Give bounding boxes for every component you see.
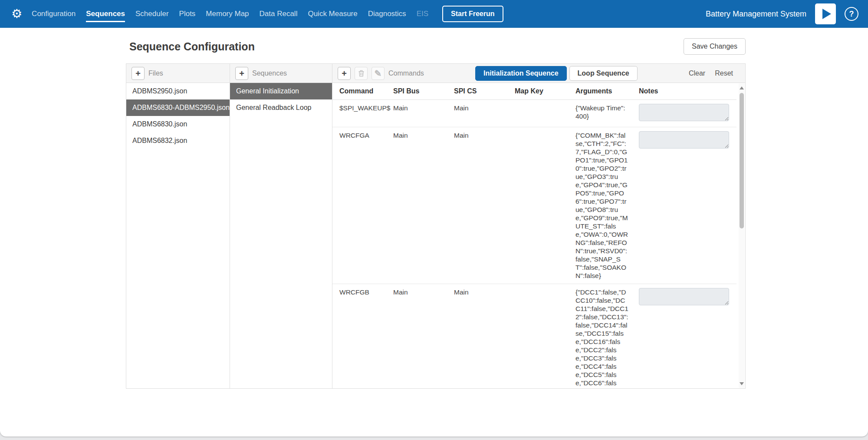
nav-item-configuration[interactable]: Configuration	[32, 10, 76, 18]
table-row[interactable]: WRCFGB Main Main {"DCC1":false,"DCC10":f…	[332, 284, 736, 389]
trash-icon	[358, 70, 365, 77]
list-item[interactable]: ADBMS6830.json	[126, 116, 230, 132]
nav-item-diagnostics[interactable]: Diagnostics	[368, 10, 406, 18]
nav-item-sequences[interactable]: Sequences	[86, 10, 125, 18]
spi-bus-cell: Main	[393, 100, 454, 127]
files-panel: + Files ADBMS2950.json ADBMS6830-ADBMS29…	[126, 64, 230, 388]
navbar-right: Battery Management System ?	[706, 3, 858, 24]
files-panel-header: + Files	[126, 64, 230, 83]
initialization-sequence-tab[interactable]: Initialization Sequence	[475, 66, 566, 81]
scrollbar-thumb[interactable]	[740, 93, 744, 228]
list-item[interactable]: General Initialization	[230, 83, 332, 99]
gear-icon[interactable]: ⚙	[11, 8, 22, 20]
notes-cell	[639, 284, 736, 389]
notes-textarea[interactable]	[639, 288, 729, 305]
list-item[interactable]: General Readback Loop	[230, 99, 332, 116]
spi-cs-cell: Main	[454, 284, 515, 389]
add-command-button[interactable]: +	[338, 67, 351, 80]
arguments-cell: {"COMM_BK":false,"CTH":2,"FC":7,"FLAG_D"…	[575, 127, 639, 284]
nav-item-data-recall[interactable]: Data Recall	[260, 10, 298, 18]
loop-sequence-tab[interactable]: Loop Sequence	[569, 66, 638, 81]
play-icon	[822, 9, 831, 19]
start-freerun-button[interactable]: Start Freerun	[442, 6, 503, 22]
map-key-cell	[515, 284, 575, 389]
column-header: SPI Bus	[393, 83, 454, 100]
commands-scrollbar[interactable]	[739, 83, 745, 388]
commands-actions: Clear Reset	[689, 69, 740, 77]
navbar: ⚙ Configuration Sequences Scheduler Plot…	[0, 0, 868, 28]
notes-cell	[639, 127, 736, 284]
command-cell: $SPI_WAKEUP$	[332, 100, 393, 127]
help-button[interactable]: ?	[845, 7, 858, 21]
spi-bus-cell: Main	[393, 127, 454, 284]
pencil-icon: ✎	[375, 69, 382, 78]
nav-item-plots[interactable]: Plots	[179, 10, 196, 18]
notes-textarea[interactable]	[639, 104, 729, 121]
map-key-cell	[515, 100, 575, 127]
notes-cell	[639, 100, 736, 127]
commands-panel: + ✎ Commands Initialization Sequence Loo…	[332, 64, 745, 388]
scroll-down-arrow-icon[interactable]	[739, 380, 745, 387]
map-key-cell	[515, 127, 575, 284]
commands-table-wrap: Command SPI Bus SPI CS Map Key Arguments…	[332, 83, 745, 388]
list-item[interactable]: ADBMS2950.json	[126, 83, 230, 99]
panels-container: + Files ADBMS2950.json ADBMS6830-ADBMS29…	[126, 63, 746, 389]
sequences-panel-title: Sequences	[252, 69, 287, 77]
sequences-panel: + Sequences General Initialization Gener…	[230, 64, 332, 388]
command-cell: WRCFGA	[332, 127, 393, 284]
add-sequence-button[interactable]: +	[235, 67, 248, 80]
table-row[interactable]: WRCFGA Main Main {"COMM_BK":false,"CTH":…	[332, 127, 736, 284]
command-cell: WRCFGB	[332, 284, 393, 389]
delete-command-button[interactable]	[355, 67, 368, 80]
column-header: Map Key	[515, 83, 575, 100]
commands-panel-title: Commands	[388, 69, 424, 77]
column-header: Command	[332, 83, 393, 100]
arguments-cell: {"DCC1":false,"DCC10":false,"DCC11":fals…	[575, 284, 639, 389]
column-header: Notes	[639, 83, 736, 100]
spi-cs-cell: Main	[454, 100, 515, 127]
list-item[interactable]: ADBMS6832.json	[126, 132, 230, 149]
column-header: Arguments	[575, 83, 639, 100]
clear-button[interactable]: Clear	[689, 69, 705, 77]
commands-panel-header: + ✎ Commands Initialization Sequence Loo…	[332, 64, 745, 83]
list-item[interactable]: ADBMS6830-ADBMS2950.json	[126, 99, 230, 116]
page-title: Sequence Configuration	[129, 40, 255, 53]
save-changes-button[interactable]: Save Changes	[684, 38, 746, 55]
page-card: Sequence Configuration Save Changes + Fi…	[0, 28, 868, 437]
sequences-list: General Initialization General Readback …	[230, 83, 332, 116]
spi-cs-cell: Main	[454, 127, 515, 284]
nav-item-quick-measure[interactable]: Quick Measure	[308, 10, 357, 18]
reset-button[interactable]: Reset	[715, 69, 733, 77]
nav-item-eis: EIS	[417, 10, 428, 18]
app-brand: Battery Management System	[706, 10, 806, 19]
question-mark-icon: ?	[849, 10, 854, 19]
nav-item-scheduler[interactable]: Scheduler	[135, 10, 169, 18]
notes-textarea[interactable]	[639, 131, 729, 149]
main-nav: Configuration Sequences Scheduler Plots …	[32, 10, 428, 18]
add-file-button[interactable]: +	[132, 67, 145, 80]
sequences-panel-header: + Sequences	[230, 64, 332, 83]
files-list: ADBMS2950.json ADBMS6830-ADBMS2950.json …	[126, 83, 230, 149]
spi-bus-cell: Main	[393, 284, 454, 389]
scroll-up-arrow-icon[interactable]	[739, 84, 745, 91]
sequence-type-toggle: Initialization Sequence Loop Sequence	[475, 66, 638, 81]
edit-command-button[interactable]: ✎	[372, 67, 385, 80]
column-header: SPI CS	[454, 83, 515, 100]
commands-table: Command SPI Bus SPI CS Map Key Arguments…	[332, 83, 736, 388]
arguments-cell: {"Wakeup Time":400}	[575, 100, 639, 127]
nav-item-memory-map[interactable]: Memory Map	[206, 10, 249, 18]
play-button[interactable]	[815, 3, 836, 24]
table-row[interactable]: $SPI_WAKEUP$ Main Main {"Wakeup Time":40…	[332, 100, 736, 127]
files-panel-title: Files	[148, 69, 163, 77]
